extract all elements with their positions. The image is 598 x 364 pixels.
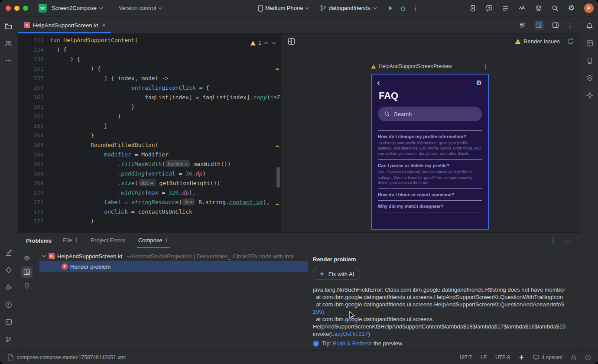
- render-issues-button[interactable]: Render Issues: [515, 38, 560, 45]
- tool-window-options-kebab-icon[interactable]: ⋮: [550, 237, 556, 244]
- debug-button[interactable]: [400, 5, 406, 12]
- problems-tool-icon[interactable]: [3, 299, 14, 310]
- code-line[interactable]: .padding(vertical = 36.dp): [50, 169, 280, 179]
- code-line[interactable]: fun HelpAndSupportContent(: [50, 36, 280, 45]
- inspection-widget[interactable]: 1: [250, 38, 276, 48]
- resource-manager-tool-icon[interactable]: [3, 247, 14, 258]
- problems-file-row[interactable]: K HelpAndSupportScreen.kt ~/AndroidStudi…: [35, 251, 308, 261]
- problems-window-title[interactable]: Problems: [26, 237, 52, 244]
- running-devices-icon[interactable]: [469, 5, 476, 12]
- code-line[interactable]: }: [50, 121, 280, 131]
- terminal-tool-icon[interactable]: [3, 316, 14, 328]
- minimize-window-button[interactable]: [14, 6, 20, 11]
- problems-tab-compose[interactable]: Compose1: [138, 233, 168, 248]
- split-editor-preview-toggle-icon[interactable]: [534, 20, 544, 30]
- ai-status-star-icon[interactable]: [519, 354, 524, 360]
- ai-assistant-icon[interactable]: [486, 5, 493, 12]
- commit-tool-icon[interactable]: [3, 38, 14, 49]
- build-variants-tool-icon[interactable]: [584, 72, 595, 84]
- preview-only-toggle-icon[interactable]: [550, 20, 561, 30]
- code-line[interactable]: ) {: [50, 55, 280, 64]
- notifications-bell-icon[interactable]: [584, 20, 595, 32]
- build-and-refresh-link[interactable]: Build & Refresh: [333, 340, 372, 347]
- app-inspection-tool-icon[interactable]: [3, 264, 14, 276]
- preview-eye-icon[interactable]: [21, 253, 32, 264]
- chevron-down-icon[interactable]: [42, 255, 46, 257]
- layout-inspector-tool-icon[interactable]: [584, 38, 595, 49]
- faq-question: How do I block or report someone?: [378, 192, 482, 197]
- problems-header: Problems File1Project ErrorsCompose1 ⋮ —: [18, 233, 580, 248]
- show-details-icon[interactable]: [21, 266, 32, 278]
- settings-gear-icon[interactable]: ⚙: [568, 4, 575, 12]
- close-tab-icon[interactable]: ×: [102, 22, 105, 29]
- device-selector[interactable]: Medium Phone: [258, 5, 309, 12]
- editor-tab[interactable]: K HelpAndSupportScreen.kt ×: [18, 17, 111, 33]
- project-menu[interactable]: Screen2Compose: [52, 5, 103, 11]
- fix-with-ai-button[interactable]: Fix with AI: [313, 268, 360, 280]
- encoding-widget[interactable]: UTF-8: [495, 354, 510, 361]
- code-line[interactable]: modifier = Modifier: [50, 150, 280, 159]
- zoom-window-button[interactable]: [23, 6, 28, 11]
- gemini-tool-icon[interactable]: [584, 90, 595, 101]
- stack-trace-link[interactable]: 199): [313, 309, 324, 315]
- preview-title-row[interactable]: HelpAndSupportScreenPreview ⋮: [371, 62, 489, 70]
- code-line[interactable]: label = stringResource(id = R.string.con…: [50, 198, 280, 207]
- more-run-options-button[interactable]: ⋮: [413, 4, 419, 12]
- profiler-icon[interactable]: [519, 5, 526, 12]
- stack-trace-link[interactable]: LazyDsl.kt:217: [331, 331, 368, 337]
- close-window-button[interactable]: [6, 6, 11, 11]
- code-view-toggle-icon[interactable]: [517, 20, 528, 30]
- todo-list-icon[interactable]: [502, 5, 509, 12]
- problems-tab-file[interactable]: File1: [63, 233, 78, 248]
- code-line[interactable]: ) {: [50, 64, 280, 74]
- version-control-menu[interactable]: Version control: [119, 5, 162, 11]
- search-icon[interactable]: [552, 5, 559, 12]
- quick-fix-bulb-icon[interactable]: [21, 280, 32, 292]
- code-line[interactable]: onTrailingIconClick = {: [50, 83, 280, 93]
- layers-icon[interactable]: [535, 5, 542, 12]
- indent-widget[interactable]: 4 spaces: [533, 354, 562, 361]
- project-tool-icon[interactable]: [3, 20, 14, 32]
- code-line[interactable]: ) { index, model ->: [50, 74, 280, 83]
- device-manager-tool-icon[interactable]: [584, 55, 595, 66]
- warning-stripe-mark[interactable]: [276, 68, 279, 70]
- code-line[interactable]: .size(size = getButtonHeight()): [50, 179, 280, 188]
- code-line[interactable]: }: [50, 131, 280, 140]
- editor-options-kebab-icon[interactable]: ⋮: [567, 21, 573, 29]
- version-control-tool-icon[interactable]: [3, 334, 14, 345]
- code-line[interactable]: faqList[index] = faqList[index].copy(isE…: [50, 93, 280, 102]
- code-line[interactable]: ) {: [50, 45, 280, 55]
- hide-tool-window-icon[interactable]: —: [565, 237, 571, 244]
- warning-stripe-mark[interactable]: [276, 146, 279, 147]
- inspections-status-icon[interactable]: [585, 354, 591, 361]
- code-line[interactable]: onClick = contactUsOnClick: [50, 207, 280, 217]
- run-button[interactable]: [387, 5, 393, 11]
- phone-preview[interactable]: ‹ ⚙ FAQ Search How do I change my profil…: [371, 74, 489, 230]
- editor-scrollbar[interactable]: [276, 167, 280, 188]
- user-avatar[interactable]: P: [584, 3, 594, 13]
- problems-tab-project-errors[interactable]: Project Errors: [91, 233, 125, 248]
- preview-menu-kebab-icon[interactable]: ⋮: [482, 62, 489, 70]
- code-line[interactable]: .widthIn(max = 320.dp),: [50, 188, 280, 198]
- line-number: 173: [18, 217, 44, 226]
- faq-answer: To change your profile information, go t…: [378, 140, 482, 156]
- line-separator-widget[interactable]: LF: [481, 354, 487, 361]
- code-line[interactable]: }: [50, 102, 280, 112]
- caret-position-widget[interactable]: 197:7: [459, 354, 472, 361]
- code-line[interactable]: .fillMaxWidth(fraction = maxWidth()): [50, 159, 280, 169]
- prev-issue-icon[interactable]: [264, 42, 269, 45]
- refresh-preview-icon[interactable]: [567, 38, 574, 45]
- code-line[interactable]: ): [50, 217, 280, 226]
- code-line[interactable]: RoundedFilledButton(: [50, 140, 280, 150]
- warning-stripe-mark[interactable]: [276, 204, 279, 205]
- statusbar-file-name[interactable]: compose-compose-model-1758748140651.xml: [17, 354, 126, 361]
- branch-selector[interactable]: datingandfriends: [320, 5, 377, 11]
- code-editor[interactable]: 1111241301511551591601611621631641651661…: [18, 34, 280, 232]
- code-line[interactable]: ): [50, 112, 280, 121]
- render-problem-row[interactable]: ! Render problem: [39, 261, 308, 272]
- more-tool-windows-icon[interactable]: [3, 55, 14, 66]
- next-issue-icon[interactable]: [271, 42, 276, 45]
- build-tool-icon[interactable]: [3, 282, 14, 293]
- lock-icon[interactable]: [571, 354, 576, 361]
- preview-layout-icon[interactable]: [288, 38, 295, 45]
